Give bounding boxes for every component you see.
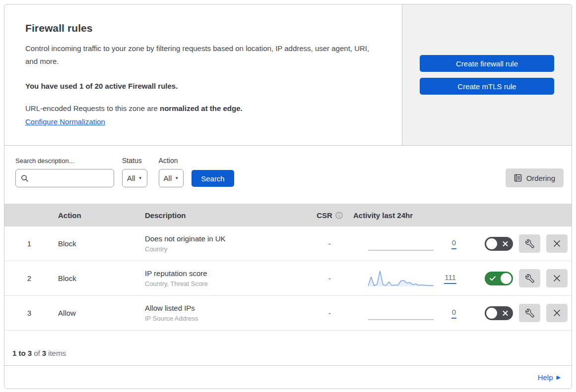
chevron-down-icon: ▼ <box>138 176 142 180</box>
rule-controls <box>457 234 572 253</box>
delete-rule-button[interactable] <box>546 234 568 253</box>
search-button[interactable]: Search <box>192 170 234 187</box>
activity-sparkline <box>368 304 434 323</box>
rule-enabled-toggle[interactable] <box>485 237 513 251</box>
status-dropdown[interactable]: All ▼ <box>122 169 147 187</box>
normalization-text: URL-encoded Requests to this zone are no… <box>25 104 382 112</box>
column-header-csr: CSR <box>306 211 353 220</box>
rule-description-cell: Allow listed IPs IP Source Address <box>140 304 306 322</box>
rule-action: Block <box>54 239 140 248</box>
page-title: Firewall rules <box>25 22 382 34</box>
toggle-knob <box>501 273 512 284</box>
edit-rule-button[interactable] <box>519 269 540 287</box>
activity-count-link[interactable]: 0 <box>451 238 456 249</box>
rule-controls <box>457 269 572 287</box>
rule-action: Allow <box>54 309 140 317</box>
page-description: Control incoming traffic to your zone by… <box>25 42 382 68</box>
rule-csr: - <box>306 239 353 248</box>
table-row: 1 Block Does not originate in UK Country… <box>4 226 572 261</box>
help-section: Help ▶ <box>4 366 572 389</box>
rule-activity-cell: 111 <box>353 269 457 288</box>
rule-criteria: Country, Threat Score <box>145 280 306 287</box>
pagination-summary: 1 to 3 of 3 items <box>4 331 572 366</box>
rule-criteria: Country <box>145 245 306 253</box>
header-text-block: Firewall rules Control incoming traffic … <box>4 4 402 145</box>
check-icon <box>490 276 496 281</box>
toggle-knob <box>486 308 497 319</box>
table-row: 3 Allow Allow listed IPs IP Source Addre… <box>4 296 572 331</box>
close-icon <box>553 309 561 317</box>
close-icon <box>553 275 561 282</box>
info-icon[interactable] <box>335 212 343 219</box>
table-header: Action Description CSR Activity last 24h… <box>4 204 572 226</box>
x-icon <box>503 310 508 316</box>
edit-rule-button[interactable] <box>519 304 540 322</box>
firewall-rules-card: Firewall rules Control incoming traffic … <box>4 4 572 389</box>
arrow-right-icon: ▶ <box>557 374 561 381</box>
rule-description-cell: IP reputation score Country, Threat Scor… <box>140 269 306 287</box>
rule-priority: 2 <box>4 274 54 282</box>
wrench-icon <box>525 274 534 283</box>
wrench-icon <box>525 239 534 248</box>
rule-criteria: IP Source Address <box>145 315 306 322</box>
create-firewall-rule-button[interactable]: Create firewall rule <box>420 55 554 72</box>
search-input-container <box>15 169 114 187</box>
usage-summary: You have used 1 of 20 active Firewall ru… <box>25 82 382 90</box>
column-header-activity: Activity last 24hr <box>353 211 457 220</box>
rule-enabled-toggle[interactable] <box>485 306 513 320</box>
x-icon <box>503 241 508 246</box>
rule-description: Does not originate in UK <box>145 234 306 243</box>
configure-normalization-link[interactable]: Configure Normalization <box>25 117 105 126</box>
actions-panel: Create firewall rule Create mTLS rule <box>402 4 572 145</box>
delete-rule-button[interactable] <box>546 269 568 287</box>
delete-rule-button[interactable] <box>546 304 568 322</box>
column-header-description: Description <box>140 211 306 220</box>
action-label: Action <box>159 157 184 165</box>
rule-enabled-toggle[interactable] <box>485 272 513 285</box>
rule-activity-cell: 0 <box>353 304 457 323</box>
table-row: 2 Block IP reputation score Country, Thr… <box>4 261 572 296</box>
status-label: Status <box>122 157 147 165</box>
help-link[interactable]: Help ▶ <box>538 373 561 382</box>
ordering-button[interactable]: Ordering <box>506 168 564 187</box>
rule-action: Block <box>54 274 140 282</box>
column-header-action: Action <box>54 211 140 220</box>
rule-description-cell: Does not originate in UK Country <box>140 234 306 253</box>
rule-csr: - <box>306 309 353 317</box>
chevron-down-icon: ▼ <box>175 176 179 180</box>
activity-count-link[interactable]: 0 <box>451 308 456 319</box>
activity-sparkline <box>368 234 434 253</box>
rule-description: Allow listed IPs <box>145 304 306 312</box>
search-label: Search description... <box>15 157 114 165</box>
ordering-list-icon <box>514 174 522 182</box>
rule-csr: - <box>306 274 353 282</box>
rule-priority: 3 <box>4 309 54 317</box>
rule-controls <box>457 304 572 322</box>
edit-rule-button[interactable] <box>519 234 540 253</box>
search-input[interactable] <box>33 174 107 182</box>
rule-activity-cell: 0 <box>353 234 457 253</box>
close-icon <box>553 240 561 247</box>
action-dropdown[interactable]: All ▼ <box>159 169 184 187</box>
activity-count-link[interactable]: 111 <box>444 273 456 284</box>
wrench-icon <box>525 309 534 318</box>
header-section: Firewall rules Control incoming traffic … <box>4 4 572 146</box>
rule-priority: 1 <box>4 239 54 248</box>
activity-sparkline <box>368 269 434 288</box>
toggle-knob <box>486 238 497 249</box>
rule-description: IP reputation score <box>145 269 306 278</box>
create-mtls-rule-button[interactable]: Create mTLS rule <box>420 78 554 95</box>
filter-section: Search description... Status All ▼ Actio <box>4 146 572 204</box>
search-icon <box>21 174 29 182</box>
